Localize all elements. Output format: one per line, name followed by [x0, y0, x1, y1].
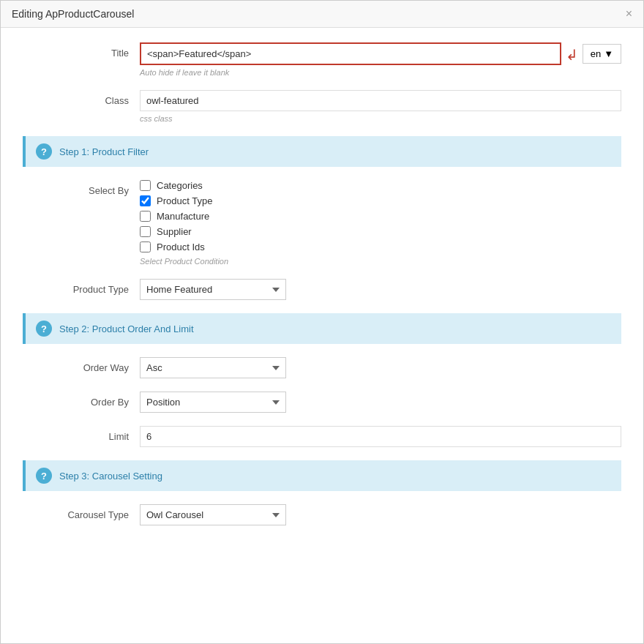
- order-by-select[interactable]: Position Name Price Date: [140, 392, 286, 413]
- product-ids-checkbox[interactable]: [140, 242, 151, 252]
- manufacture-label: Manufacture: [157, 211, 209, 222]
- class-input[interactable]: [140, 90, 621, 111]
- product-type-row: Product Type Home Featured Latest Best S…: [23, 279, 621, 300]
- categories-checkbox[interactable]: [140, 180, 151, 191]
- select-condition-text: Select Product Condition: [140, 257, 621, 266]
- step2-icon: ?: [36, 321, 52, 337]
- step1-icon: ?: [36, 143, 52, 160]
- list-item[interactable]: Product Ids: [140, 242, 621, 252]
- product-ids-label: Product Ids: [157, 242, 205, 252]
- lang-dropdown-icon: ▼: [604, 48, 613, 59]
- title-input-row: ↲ en ▼: [140, 42, 621, 65]
- select-by-label: Select By: [23, 180, 140, 196]
- limit-label: Limit: [23, 426, 140, 442]
- step3-section: ? Step 3: Carousel Setting: [23, 460, 621, 491]
- checkbox-group: Categories Product Type Manufacture Supp…: [140, 180, 621, 252]
- modal: Editing ApProductCarousel × Title ↲ en ▼…: [0, 0, 644, 644]
- step3-header: ? Step 3: Carousel Setting: [23, 460, 621, 491]
- select-by-control-wrap: Categories Product Type Manufacture Supp…: [140, 180, 621, 266]
- manufacture-checkbox[interactable]: [140, 211, 151, 222]
- title-hint: Auto hide if leave it blank: [140, 68, 621, 77]
- step1-header: ? Step 1: Product Filter: [23, 136, 621, 167]
- carousel-type-label: Carousel Type: [23, 504, 140, 520]
- limit-input[interactable]: [140, 426, 621, 447]
- modal-header: Editing ApProductCarousel ×: [1, 1, 643, 28]
- title-label: Title: [23, 42, 140, 59]
- product-type-checkbox[interactable]: [140, 195, 151, 206]
- carousel-type-select[interactable]: Owl Carousel Bootstrap Carousel: [140, 504, 286, 525]
- class-label: Class: [23, 90, 140, 106]
- step3-title: Step 3: Carousel Setting: [59, 471, 162, 482]
- step1-section: ? Step 1: Product Filter: [23, 136, 621, 167]
- lang-button[interactable]: en ▼: [583, 44, 621, 64]
- list-item[interactable]: Manufacture: [140, 211, 621, 222]
- list-item[interactable]: Product Type: [140, 195, 621, 206]
- order-by-row: Order By Position Name Price Date: [23, 392, 621, 413]
- modal-title: Editing ApProductCarousel: [12, 8, 134, 20]
- step2-header: ? Step 2: Product Order And Limit: [23, 313, 621, 344]
- product-type-form-label: Product Type: [23, 279, 140, 295]
- order-way-control-wrap: Asc Desc: [140, 357, 621, 378]
- step2-section: ? Step 2: Product Order And Limit: [23, 313, 621, 344]
- product-type-label: Product Type: [157, 195, 212, 206]
- class-row: Class css class: [23, 90, 621, 123]
- list-item[interactable]: Supplier: [140, 226, 621, 237]
- step3-icon: ?: [36, 468, 52, 484]
- order-by-control-wrap: Position Name Price Date: [140, 392, 621, 413]
- step2-title: Step 2: Product Order And Limit: [59, 323, 194, 334]
- select-by-row: Select By Categories Product Type Manufa…: [23, 180, 621, 266]
- modal-body: Title ↲ en ▼ Auto hide if leave it blank…: [1, 28, 643, 561]
- arrow-hint-icon: ↲: [566, 46, 578, 64]
- order-way-select[interactable]: Asc Desc: [140, 357, 286, 378]
- product-type-control-wrap: Home Featured Latest Best Seller Special: [140, 279, 621, 300]
- supplier-label: Supplier: [157, 226, 192, 237]
- title-input[interactable]: [140, 42, 561, 65]
- order-way-row: Order Way Asc Desc: [23, 357, 621, 378]
- list-item[interactable]: Categories: [140, 180, 621, 191]
- title-row: Title ↲ en ▼ Auto hide if leave it blank: [23, 42, 621, 77]
- order-by-label: Order By: [23, 392, 140, 408]
- categories-label: Categories: [157, 180, 203, 191]
- product-type-select[interactable]: Home Featured Latest Best Seller Special: [140, 279, 286, 300]
- limit-row: Limit: [23, 426, 621, 447]
- supplier-checkbox[interactable]: [140, 226, 151, 237]
- carousel-type-row: Carousel Type Owl Carousel Bootstrap Car…: [23, 504, 621, 525]
- lang-label: en: [591, 48, 601, 59]
- class-hint: css class: [140, 114, 621, 123]
- order-way-label: Order Way: [23, 357, 140, 373]
- carousel-type-control-wrap: Owl Carousel Bootstrap Carousel: [140, 504, 621, 525]
- title-control-wrap: ↲ en ▼ Auto hide if leave it blank: [140, 42, 621, 77]
- limit-control-wrap: [140, 426, 621, 447]
- class-control-wrap: css class: [140, 90, 621, 123]
- close-button[interactable]: ×: [626, 8, 632, 20]
- step1-title: Step 1: Product Filter: [59, 146, 149, 157]
